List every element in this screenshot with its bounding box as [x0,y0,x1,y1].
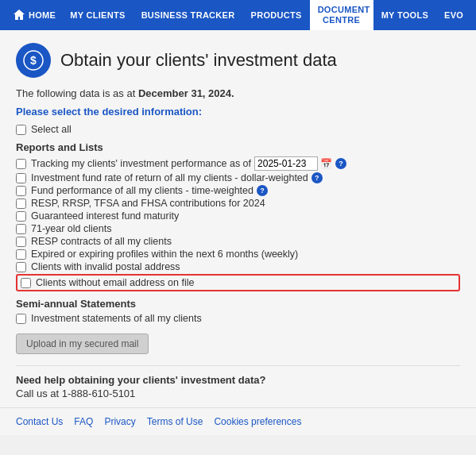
label-no-email: Clients without email address on file [36,277,194,288]
list-item-invalid-postal: Clients with invalid postal address [16,261,460,272]
footer-cookies[interactable]: Cookies preferences [214,416,301,427]
section-semi-annual: Semi-annual Statements [16,298,460,310]
checkbox-invalid-postal[interactable] [16,262,26,272]
footer-faq[interactable]: FAQ [74,416,93,427]
label-investment-statements: Investment statements of all my clients [31,313,202,324]
checkbox-tracking[interactable] [16,159,26,169]
info-icon-fund-rate[interactable]: ? [312,172,323,183]
nav-home-label: HOME [29,10,56,20]
label-guaranteed-interest: Guaranteed interest fund maturity [31,210,179,222]
calendar-icon[interactable]: 📅 [320,158,332,169]
tracking-date-input[interactable] [254,156,318,171]
nav-products[interactable]: PRODUCTS [243,0,310,30]
upload-button[interactable]: Upload in my secured mail [16,334,149,354]
list-item-guaranteed-interest: Guaranteed interest fund maturity [16,210,460,222]
nav-my-tools-label: MY TOOLS [381,10,428,20]
list-item-resp-rrsp: RESP, RRSP, TFSA and FHSA contributions … [16,198,460,209]
checkbox-71-year[interactable] [16,224,26,234]
footer-terms[interactable]: Terms of Use [147,416,203,427]
svg-text:$: $ [30,54,37,67]
list-item-tracking: Tracking my clients' investment performa… [16,156,460,171]
label-fund-rate: Investment fund rate of return of all my… [31,172,308,183]
checkbox-guaranteed-interest[interactable] [16,211,26,222]
nav-evo[interactable]: EVO [436,0,471,30]
nav-document-centre[interactable]: DOCUMENT CENTRE [310,0,373,30]
main-nav: HOME MY CLIENTS BUSINESS TRACKER PRODUCT… [0,0,476,30]
nav-business-tracker-label: BUSINESS TRACKER [141,10,235,20]
page-icon: $ [16,43,51,78]
page-header: $ Obtain your clients' investment data [16,43,460,78]
help-section: Need help obtaining your clients' invest… [16,365,460,399]
section-reports-lists: Reports and Lists [16,141,460,153]
list-item-expired-profiles: Expired or expiring profiles within the … [16,249,460,260]
nav-my-tools[interactable]: MY TOOLS [373,0,436,30]
checkbox-resp-contracts[interactable] [16,237,26,247]
nav-evo-label: EVO [444,10,463,20]
nav-document-centre-label: DOCUMENT CENTRE [318,5,366,25]
checkbox-resp-rrsp[interactable] [16,199,26,209]
checkbox-fund-performance[interactable] [16,186,26,196]
list-item-fund-performance: Fund performance of all my clients - tim… [16,185,460,196]
select-all-label[interactable]: Select all [31,124,72,135]
list-item-no-email: Clients without email address on file [16,274,460,291]
page-title: Obtain your clients' investment data [60,50,337,71]
label-fund-performance: Fund performance of all my clients - tim… [31,185,253,196]
checkbox-investment-statements[interactable] [16,314,26,324]
list-item-resp-contracts: RESP contracts of all my clients [16,236,460,247]
list-item-71-year: 71-year old clients [16,223,460,234]
select-all-checkbox[interactable] [16,125,26,135]
label-71-year: 71-year old clients [31,223,111,234]
checkbox-fund-rate[interactable] [16,173,26,183]
list-item-fund-rate: Investment fund rate of return of all my… [16,172,460,183]
home-icon [13,9,25,21]
date-line-prefix: The following data is as at [16,87,138,99]
checkbox-no-email[interactable] [21,278,31,288]
list-item-investment-statements: Investment statements of all my clients [16,313,460,324]
label-invalid-postal: Clients with invalid postal address [31,261,180,272]
help-phone: Call us at 1-888-610-5101 [16,388,460,399]
dollar-shield-icon: $ [23,50,44,71]
main-content: $ Obtain your clients' investment data T… [0,30,476,407]
info-icon-tracking[interactable]: ? [335,158,346,169]
select-all-row: Select all [16,124,460,135]
footer-contact-us[interactable]: Contact Us [16,416,63,427]
nav-my-clients-label: MY CLIENTS [70,10,125,20]
label-tracking: Tracking my clients' investment performa… [31,158,251,169]
label-resp-contracts: RESP contracts of all my clients [31,236,172,247]
date-bold: December 31, 2024. [138,87,234,99]
nav-products-label: PRODUCTS [251,10,302,20]
label-resp-rrsp: RESP, RRSP, TFSA and FHSA contributions … [31,198,265,209]
info-icon-fund-performance[interactable]: ? [257,185,268,196]
help-title: Need help obtaining your clients' invest… [16,374,460,386]
footer: Contact Us FAQ Privacy Terms of Use Cook… [0,407,476,435]
date-line: The following data is as at December 31,… [16,87,460,99]
footer-privacy[interactable]: Privacy [104,416,135,427]
nav-business-tracker[interactable]: BUSINESS TRACKER [134,0,243,30]
nav-my-clients[interactable]: MY CLIENTS [62,0,133,30]
select-prompt: Please select the desired information: [16,106,460,118]
checkbox-expired-profiles[interactable] [16,249,26,260]
nav-home[interactable]: HOME [6,0,62,30]
label-expired-profiles: Expired or expiring profiles within the … [31,249,298,260]
